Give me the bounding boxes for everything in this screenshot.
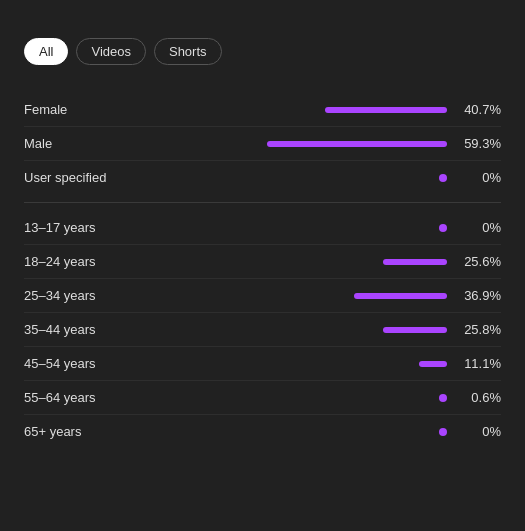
dot-indicator (439, 428, 447, 436)
row-label: User specified (24, 170, 144, 185)
bar-fill (354, 293, 447, 299)
bar-container (144, 361, 447, 367)
row-value: 0% (459, 170, 501, 185)
row-label: 18–24 years (24, 254, 144, 269)
row-value: 25.8% (459, 322, 501, 337)
row-label: Female (24, 102, 144, 117)
bar-fill (325, 107, 447, 113)
dot-indicator (439, 224, 447, 232)
bar-container (144, 224, 447, 232)
table-row: 65+ years0% (24, 415, 501, 448)
bar-fill (383, 327, 448, 333)
bar-fill (267, 141, 447, 147)
bar-container (144, 174, 447, 182)
bar-container (144, 428, 447, 436)
tab-videos[interactable]: Videos (76, 38, 146, 65)
table-row: 13–17 years0% (24, 211, 501, 245)
tab-shorts[interactable]: Shorts (154, 38, 222, 65)
bar-container (144, 394, 447, 402)
bar-container (144, 327, 447, 333)
widget-container: All Videos Shorts Female40.7%Male59.3%Us… (24, 38, 501, 448)
bar-container (144, 107, 447, 113)
row-label: 55–64 years (24, 390, 144, 405)
table-row: Male59.3% (24, 127, 501, 161)
row-value: 0% (459, 424, 501, 439)
bar-container (144, 293, 447, 299)
row-value: 11.1% (459, 356, 501, 371)
dot-indicator (439, 174, 447, 182)
gender-section: Female40.7%Male59.3%User specified0% (24, 93, 501, 194)
dot-indicator (439, 394, 447, 402)
table-row: 45–54 years11.1% (24, 347, 501, 381)
row-value: 40.7% (459, 102, 501, 117)
row-label: 13–17 years (24, 220, 144, 235)
row-label: 65+ years (24, 424, 144, 439)
table-row: 18–24 years25.6% (24, 245, 501, 279)
row-label: 45–54 years (24, 356, 144, 371)
row-value: 25.6% (459, 254, 501, 269)
table-row: 35–44 years25.8% (24, 313, 501, 347)
row-label: 25–34 years (24, 288, 144, 303)
age-section: 13–17 years0%18–24 years25.6%25–34 years… (24, 211, 501, 448)
table-row: 55–64 years0.6% (24, 381, 501, 415)
row-value: 36.9% (459, 288, 501, 303)
table-row: User specified0% (24, 161, 501, 194)
tab-all[interactable]: All (24, 38, 68, 65)
row-label: Male (24, 136, 144, 151)
row-value: 0% (459, 220, 501, 235)
row-label: 35–44 years (24, 322, 144, 337)
row-value: 59.3% (459, 136, 501, 151)
row-value: 0.6% (459, 390, 501, 405)
bar-fill (383, 259, 448, 265)
bar-container (144, 259, 447, 265)
table-row: 25–34 years36.9% (24, 279, 501, 313)
table-row: Female40.7% (24, 93, 501, 127)
section-divider (24, 202, 501, 203)
tab-row: All Videos Shorts (24, 38, 501, 65)
bar-container (144, 141, 447, 147)
bar-fill (419, 361, 448, 367)
